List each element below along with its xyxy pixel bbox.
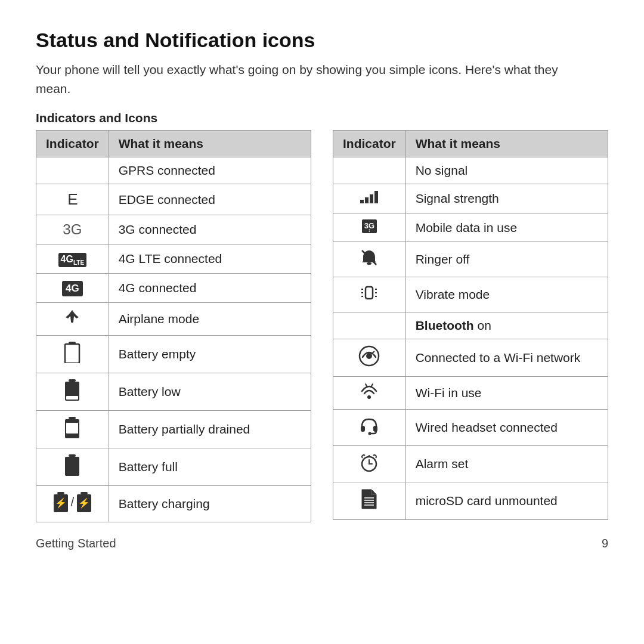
microsd-icon (361, 488, 377, 510)
svg-point-31 (369, 432, 371, 435)
left-col2-header: What it means (109, 131, 311, 157)
indicator-cell (333, 184, 406, 213)
meaning-cell: Bluetooth on (405, 312, 608, 339)
right-col2-header: What it means (405, 131, 608, 157)
right-table: Indicator What it means No signal (333, 130, 608, 520)
svg-rect-18 (366, 287, 373, 299)
meaning-cell: Signal strength (405, 184, 608, 213)
svg-rect-8 (69, 454, 76, 457)
signal-strength-icon (360, 190, 378, 203)
meaning-cell: 4G connected (109, 274, 311, 303)
meaning-cell: 3G connected (109, 215, 311, 244)
indicator-cell: E (36, 184, 109, 215)
indicator-cell (333, 410, 406, 446)
svg-rect-16 (367, 262, 371, 265)
table-row: Wi-Fi in use (333, 377, 608, 410)
right-col1-header: Indicator (333, 131, 406, 157)
3g-icon: 3G (63, 221, 82, 237)
svg-rect-9 (65, 457, 79, 476)
table-row: 3G ↕ Mobile data in use (333, 213, 608, 242)
battery-charging-icon2: ⚡ (76, 492, 92, 512)
table-row: 4G 4G connected (36, 274, 311, 303)
indicator-cell (333, 312, 406, 339)
table-row: GPRS connected (36, 157, 311, 184)
svg-rect-1 (65, 344, 79, 363)
svg-point-28 (367, 395, 371, 399)
table-row: microSD card unmounted (333, 482, 608, 520)
battery-low-icon (64, 379, 80, 401)
table-row: Connected to a Wi-Fi network (333, 339, 608, 377)
wifi-connected-icon (358, 345, 380, 367)
4glte-icon: 4GLTE (58, 253, 87, 267)
section-label: Indicators and Icons (36, 111, 608, 125)
indicator-cell (333, 482, 406, 520)
alarm-icon (359, 452, 379, 472)
indicator-cell (333, 277, 406, 312)
meaning-cell: GPRS connected (109, 157, 311, 184)
meaning-cell: Battery partially drained (109, 411, 311, 448)
indicator-cell (333, 377, 406, 410)
table-row: Vibrate mode (333, 277, 608, 312)
svg-rect-2 (69, 379, 76, 382)
svg-text:⚡: ⚡ (78, 497, 90, 509)
meaning-cell: Battery charging (109, 486, 311, 522)
svg-rect-30 (373, 426, 377, 432)
table-row: Battery full (36, 448, 311, 486)
meaning-cell: No signal (405, 157, 608, 184)
table-row: Battery empty (36, 336, 311, 373)
indicator-cell: 3G ↕ (333, 213, 406, 242)
indicator-cell (333, 242, 406, 277)
table-row: 3G 3G connected (36, 215, 311, 244)
table-row: Battery partially drained (36, 411, 311, 448)
svg-rect-10 (57, 492, 64, 494)
svg-rect-7 (66, 423, 78, 434)
battery-full-icon (64, 454, 80, 476)
indicator-cell (333, 339, 406, 377)
meaning-cell: 4G LTE connected (109, 244, 311, 274)
meaning-cell: Wired headset connected (405, 410, 608, 446)
table-row: Alarm set (333, 446, 608, 482)
meaning-cell: Airplane mode (109, 303, 311, 336)
table-row: Airplane mode (36, 303, 311, 336)
bluetooth-rest: on (474, 318, 491, 332)
meaning-cell: Battery empty (109, 336, 311, 373)
headset-icon (359, 416, 379, 436)
meaning-cell: Connected to a Wi-Fi network (405, 339, 608, 377)
svg-rect-4 (66, 396, 78, 400)
meaning-cell: Ringer off (405, 242, 608, 277)
meaning-cell: Alarm set (405, 446, 608, 482)
indicator-cell: 3G (36, 215, 109, 244)
table-row: ⚡ / ⚡ Battery charging (36, 486, 311, 522)
page-footer: Getting Started 9 (36, 537, 608, 550)
indicator-cell (36, 373, 109, 411)
vibrate-icon (360, 283, 379, 302)
table-row: Wired headset connected (333, 410, 608, 446)
meaning-cell: EDGE connected (109, 184, 311, 215)
indicator-cell (333, 446, 406, 482)
svg-rect-13 (80, 492, 88, 494)
battery-partial-icon (64, 417, 80, 438)
indicator-cell: 4G (36, 274, 109, 303)
indicator-cell (36, 157, 109, 184)
meaning-cell: microSD card unmounted (405, 482, 608, 520)
page-title: Status and Notification icons (36, 29, 608, 52)
svg-rect-29 (361, 426, 365, 432)
svg-text:⚡: ⚡ (55, 497, 67, 509)
indicator-cell (333, 157, 406, 184)
4g-icon: 4G (62, 281, 83, 296)
table-row: Bluetooth on (333, 312, 608, 339)
bluetooth-bold: Bluetooth (416, 318, 474, 332)
wifi-in-use-icon (360, 383, 379, 400)
indicator-cell (36, 448, 109, 486)
mobile-data-icon: 3G ↕ (362, 219, 377, 233)
table-row: 4GLTE 4G LTE connected (36, 244, 311, 274)
indicator-cell (36, 411, 109, 448)
ringer-off-icon (360, 248, 379, 267)
edge-icon: E (67, 190, 77, 208)
meaning-cell: Vibrate mode (405, 277, 608, 312)
table-row: Ringer off (333, 242, 608, 277)
left-table: Indicator What it means GPRS connected E… (36, 130, 311, 522)
indicator-cell (36, 336, 109, 373)
footer-right: 9 (602, 537, 608, 550)
table-row: E EDGE connected (36, 184, 311, 215)
